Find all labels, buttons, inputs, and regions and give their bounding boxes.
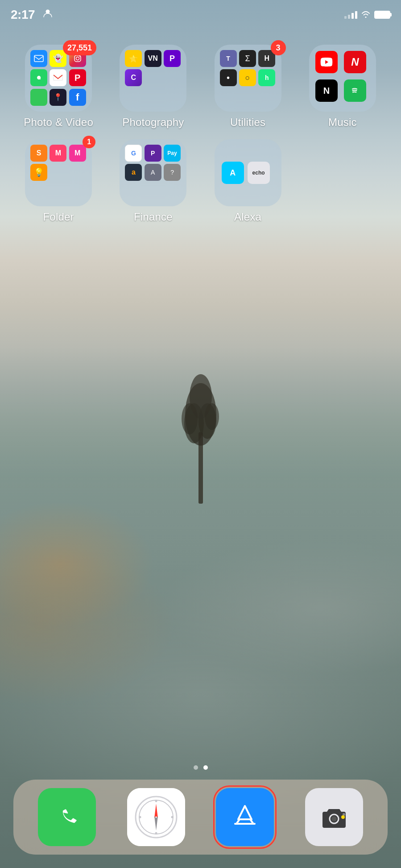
app-vn: VN [145, 50, 161, 67]
dock [13, 780, 388, 855]
dock-appstore[interactable] [216, 788, 274, 846]
dock-phone[interactable] [38, 788, 96, 846]
app-grid: 27,551 👻 P [0, 36, 401, 232]
svg-point-18 [155, 832, 157, 835]
app-empty4 [145, 89, 161, 106]
signal-bar-3 [351, 13, 354, 19]
safari-compass-inner [127, 788, 185, 846]
app-gmail [50, 69, 66, 86]
svg-rect-13 [53, 74, 63, 81]
app-empty11 [30, 184, 47, 200]
app-empty7 [239, 89, 256, 106]
svg-point-5 [182, 403, 198, 434]
app-bullet: • [220, 69, 237, 86]
status-time: 2:17 [11, 8, 35, 22]
app-paytm: Pay [164, 145, 181, 162]
status-right [344, 10, 390, 20]
tree-silhouette [181, 361, 221, 504]
folder-photo-video-icon[interactable]: 27,551 👻 P [25, 45, 92, 112]
folder-photography-icon[interactable]: ⭐ VN P C [120, 45, 186, 112]
svg-point-10 [76, 57, 79, 60]
folder-music-icon[interactable]: N N [309, 45, 376, 112]
folder-alexa[interactable]: A echo Alexa [203, 139, 293, 223]
badge-folder: 1 [83, 136, 95, 148]
app-bulb: 💡 [30, 164, 47, 181]
app-empty10 [69, 164, 86, 181]
dock-camera[interactable] [305, 788, 363, 846]
svg-point-11 [79, 56, 80, 57]
folder-misc-icon[interactable]: 1 S M M 💡 [25, 139, 92, 206]
status-left: 2:17 [11, 8, 53, 22]
app-empty13 [69, 184, 86, 200]
app-phonepe: P [145, 145, 161, 162]
folder-misc[interactable]: 1 S M M 💡 Folder [13, 139, 103, 223]
app-echo: echo [248, 162, 270, 184]
app-meesho: M [69, 145, 86, 162]
folder-alexa-icon[interactable]: A echo [215, 139, 281, 206]
svg-point-7 [46, 10, 50, 14]
page-dots [194, 765, 208, 770]
signal-bar-2 [348, 15, 350, 19]
folder-utilities-icon[interactable]: 3 T Σ H • ○ h [215, 45, 281, 112]
folder-music-label: Music [328, 116, 357, 129]
app-snapchat: 👻 [50, 50, 66, 67]
badge-utilities: 3 [271, 40, 286, 55]
app-unknown-photo1: ⭐ [125, 50, 142, 67]
app-empty12 [50, 184, 66, 200]
badge-photo-video: 27,551 [63, 40, 96, 55]
folder-photography-label: Photography [122, 116, 184, 129]
app-messages [30, 89, 47, 106]
folder-music[interactable]: N N Music [298, 45, 388, 129]
app-empty15 [145, 184, 161, 200]
app-n2: N [315, 79, 338, 102]
app-myntra: M [50, 145, 66, 162]
dock-safari[interactable] [127, 788, 185, 846]
app-amazon: a [125, 164, 142, 181]
app-teams: T [220, 50, 237, 67]
app-mail [30, 50, 47, 67]
app-whatsapp [30, 69, 47, 86]
app-swiggy: S [30, 145, 47, 162]
person-icon [43, 8, 53, 21]
page-dot-1[interactable] [194, 765, 198, 770]
app-sigma: Σ [239, 50, 256, 67]
app-polarr: P [164, 50, 181, 67]
folder-misc-label: Folder [43, 211, 74, 223]
svg-point-17 [155, 800, 157, 802]
folder-finance[interactable]: G P Pay a A ? Finance [108, 139, 198, 223]
app-empty5 [164, 89, 181, 106]
folder-finance-label: Finance [134, 211, 173, 223]
folder-photo-video-label: Photo & Video [24, 116, 93, 129]
app-canva: C [125, 69, 142, 86]
svg-point-26 [331, 816, 337, 822]
app-alexa: A [222, 162, 244, 184]
folder-utilities-label: Utilities [230, 116, 265, 129]
wifi-icon [361, 10, 371, 20]
signal-bar-4 [355, 11, 357, 19]
app-finance5: A [145, 164, 161, 181]
app-finance6: ? [164, 164, 181, 181]
status-bar: 2:17 [0, 0, 401, 24]
folder-photography[interactable]: ⭐ VN P C Photography [108, 45, 198, 129]
battery-icon [374, 11, 390, 19]
folder-utilities[interactable]: 3 T Σ H • ○ h Uti [203, 45, 293, 129]
signal-bar-1 [344, 16, 347, 19]
svg-rect-8 [34, 55, 43, 62]
app-empty9 [50, 164, 66, 181]
folder-finance-icon[interactable]: G P Pay a A ? [120, 139, 186, 206]
app-spotify [344, 79, 366, 102]
app-empty3 [125, 89, 142, 106]
svg-point-28 [341, 815, 345, 819]
app-empty1 [145, 69, 161, 86]
svg-point-6 [205, 403, 219, 430]
app-pinterest: P [69, 69, 86, 86]
svg-point-15 [136, 797, 177, 838]
app-find-my: 📍 [50, 89, 66, 106]
app-empty14 [125, 184, 142, 200]
page-dot-2[interactable] [203, 765, 208, 770]
app-youtube [315, 51, 338, 73]
svg-point-20 [171, 816, 173, 818]
folder-alexa-label: Alexa [234, 211, 261, 223]
app-circle: ○ [239, 69, 256, 86]
folder-photo-video[interactable]: 27,551 👻 P [13, 45, 103, 129]
